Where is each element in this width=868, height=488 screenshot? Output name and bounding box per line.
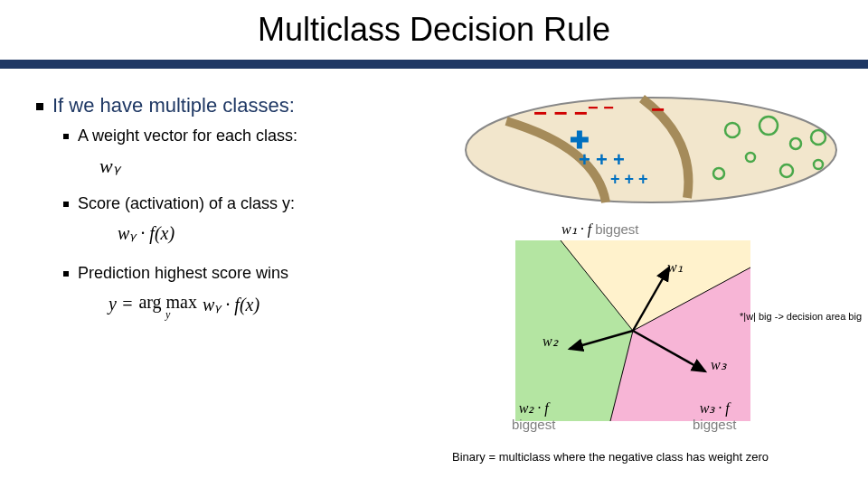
decision-svg (515, 240, 750, 421)
label-w2f: w₂ · fbiggest (512, 399, 555, 432)
label-w3f: w₃ · fbiggest (693, 399, 736, 432)
argmax-op: arg max y (138, 294, 197, 320)
bullet-main-text: If we have multiple classes: (52, 94, 295, 117)
label-w1f: w₁ · f biggest (561, 221, 639, 238)
bullet-icon (63, 202, 69, 207)
bullet-sub2-text: Score (activation) of a class y: (78, 194, 295, 213)
decision-diagram: w₁ · f biggest w₁ w₂ w₃ w₂ · fbiggest w₃… (515, 240, 750, 421)
bullet-icon (36, 103, 43, 110)
svg-text:+ + +: + + + (610, 170, 648, 188)
page-title: Multiclass Decision Rule (0, 0, 868, 60)
title-divider (0, 60, 868, 69)
scatter-illustration: − − − − − − + + + + + + ✚ (461, 94, 841, 207)
svg-text:✚: ✚ (570, 127, 590, 154)
footer-note: Binary = multiclass where the negative c… (452, 450, 769, 464)
math-score: wᵧ · f(x) (118, 222, 868, 244)
argmax-rhs: wᵧ · f(x) (203, 294, 259, 315)
argmax-lhs: y = (108, 294, 133, 314)
bullet-sub3-text: Prediction highest score wins (78, 264, 288, 283)
svg-text:− − −: − − − (533, 99, 588, 127)
svg-text:−: − (651, 96, 665, 123)
svg-text:− −: − − (588, 98, 614, 117)
label-w1: w₁ (667, 258, 683, 276)
side-note: *|w| big -> decision area big (740, 311, 862, 322)
bullet-icon (63, 271, 69, 277)
label-w3: w₃ (711, 356, 726, 373)
bullet-sub1-text: A weight vector for each class: (78, 127, 297, 145)
label-w2: w₂ (542, 333, 558, 350)
scatter-svg: − − − − − − + + + + + + ✚ (461, 94, 841, 207)
bullet-icon (63, 134, 69, 139)
